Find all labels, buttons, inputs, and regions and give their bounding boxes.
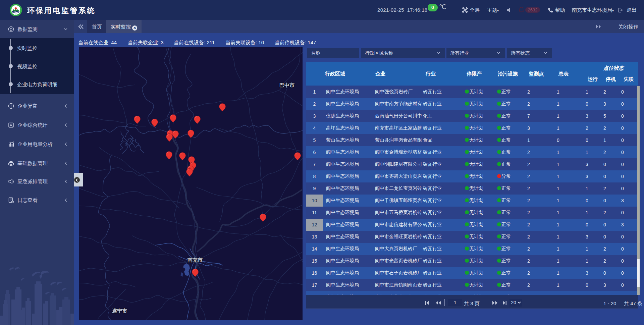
svg-text:环保监测: 环保监测: [14, 13, 18, 15]
